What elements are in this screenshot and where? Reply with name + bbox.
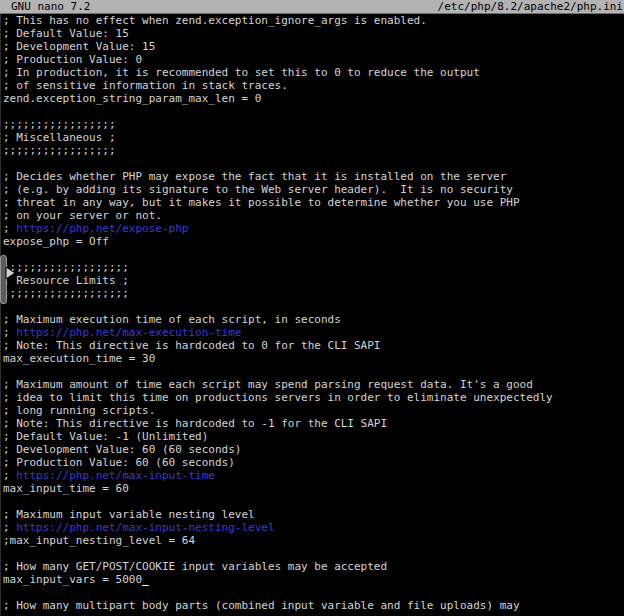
editor-line <box>3 157 624 170</box>
editor-line <box>3 586 624 599</box>
line-text: ; Maximum execution time of each script,… <box>3 313 341 326</box>
url-text: https://php.net/max-input-nesting-level <box>16 521 274 534</box>
editor-line: ; Maximum amount of time each script may… <box>3 378 624 391</box>
editor-line <box>3 105 624 118</box>
line-text: ; How many multipart body parts (combine… <box>3 599 520 612</box>
line-text: ; Resource Limits ; <box>3 274 129 287</box>
editor-line: ;;;;;;;;;;;;;;;;; <box>3 118 624 131</box>
editor-line: ; of sensitive information in stack trac… <box>3 79 624 92</box>
line-text: ; How many GET/POST/COOKIE input variabl… <box>3 560 387 573</box>
line-text: ;;;;;;;;;;;;;;;;;;; <box>3 261 129 274</box>
line-text: ; <box>3 469 16 482</box>
line-text: ; Default Value: 15 <box>3 27 129 40</box>
editor-line: ; Note: This directive is hardcoded to 0… <box>3 339 624 352</box>
editor-line: expose_php = Off <box>3 235 624 248</box>
line-text: ; In production, it is recommended to se… <box>3 66 480 79</box>
editor-line <box>3 248 624 261</box>
editor-line: ;max_input_nesting_level = 64 <box>3 534 624 547</box>
line-text: ; Note: This directive is hardcoded to 0… <box>3 339 381 352</box>
line-text: ; (e.g. by adding its signature to the W… <box>3 183 513 196</box>
editor-line: ; Development Value: 15 <box>3 40 624 53</box>
line-text: ; Miscellaneous ; <box>3 131 116 144</box>
editor-line: ; https://php.net/max-input-nesting-leve… <box>3 521 624 534</box>
url-text: https://php.net/max-input-time <box>16 469 215 482</box>
editor-line: ;;;;;;;;;;;;;;;;; <box>3 144 624 157</box>
line-text: ; <box>3 222 16 235</box>
nano-titlebar: GNU nano 7.2 /etc/php/8.2/apache2/php.in… <box>0 0 624 14</box>
terminal-window: GNU nano 7.2 /etc/php/8.2/apache2/php.in… <box>0 0 624 616</box>
line-text: zend.exception_string_param_max_len = 0 <box>3 92 261 105</box>
text-editor-area[interactable]: ; This has no effect when zend.exception… <box>0 14 624 616</box>
editor-line: ; How many GET/POST/COOKIE input variabl… <box>3 560 624 573</box>
editor-line: ;;;;;;;;;;;;;;;;;;; <box>3 287 624 300</box>
editor-line: ; Maximum execution time of each script,… <box>3 313 624 326</box>
line-text: ; Default Value: -1 (Unlimited) <box>3 430 208 443</box>
editor-line: ; In production, it is recommended to se… <box>3 66 624 79</box>
editor-line: ; https://php.net/max-input-time <box>3 469 624 482</box>
editor-line: ; threat in any way, but it makes it pos… <box>3 196 624 209</box>
editor-line: ; https://php.net/expose-php <box>3 222 624 235</box>
editor-line <box>3 495 624 508</box>
editor-line: ;;;;;;;;;;;;;;;;;;; <box>3 261 624 274</box>
line-text: ;;;;;;;;;;;;;;;;;;; <box>3 287 129 300</box>
line-text: ; Maximum input variable nesting level <box>3 508 255 521</box>
editor-line: max_input_time = 60 <box>3 482 624 495</box>
line-text: ; <box>3 326 16 339</box>
app-title: GNU nano 7.2 <box>0 0 90 13</box>
line-text: ; Maximum amount of time each script may… <box>3 378 533 391</box>
line-text: ;;;;;;;;;;;;;;;;; <box>3 144 116 157</box>
text-cursor: _ <box>142 573 149 586</box>
editor-line <box>3 547 624 560</box>
editor-line: max_input_vars = 5000_ <box>3 573 624 586</box>
line-text: ;max_input_nesting_level = 64 <box>3 534 195 547</box>
line-text: max_input_vars = 5000 <box>3 573 142 586</box>
editor-lines: ; This has no effect when zend.exception… <box>3 14 624 612</box>
editor-line: ; (e.g. by adding its signature to the W… <box>3 183 624 196</box>
terminal-left-border <box>0 14 1 616</box>
line-text: ; Decides whether PHP may expose the fac… <box>3 170 506 183</box>
editor-line: ; Production Value: 60 (60 seconds) <box>3 456 624 469</box>
line-text: max_execution_time = 30 <box>3 352 155 365</box>
editor-line: ; Maximum input variable nesting level <box>3 508 624 521</box>
editor-line: ; Note: This directive is hardcoded to -… <box>3 417 624 430</box>
editor-line: ; Development Value: 60 (60 seconds) <box>3 443 624 456</box>
line-text: ; threat in any way, but it makes it pos… <box>3 196 520 209</box>
editor-line: ; Production Value: 0 <box>3 53 624 66</box>
url-text: https://php.net/max-execution-time <box>16 326 241 339</box>
editor-line: ; Resource Limits ; <box>3 274 624 287</box>
line-text: ; Production Value: 60 (60 seconds) <box>3 456 235 469</box>
line-text: expose_php = Off <box>3 235 109 248</box>
line-text: ; idea to limit this time on productions… <box>3 391 553 404</box>
line-text: ; on your server or not. <box>3 209 162 222</box>
editor-line: zend.exception_string_param_max_len = 0 <box>3 92 624 105</box>
editor-line <box>3 365 624 378</box>
line-text: max_input_time = 60 <box>3 482 129 495</box>
editor-line: ; on your server or not. <box>3 209 624 222</box>
editor-line: ; https://php.net/max-execution-time <box>3 326 624 339</box>
line-text: ; Production Value: 0 <box>3 53 142 66</box>
line-text: ; This has no effect when zend.exception… <box>3 14 427 27</box>
line-text: ; <box>3 521 16 534</box>
line-text: ; Development Value: 60 (60 seconds) <box>3 443 241 456</box>
line-text: ;;;;;;;;;;;;;;;;; <box>3 118 116 131</box>
editor-line: ; This has no effect when zend.exception… <box>3 14 624 27</box>
editor-line: ; Miscellaneous ; <box>3 131 624 144</box>
line-text: ; of sensitive information in stack trac… <box>3 79 288 92</box>
file-path: /etc/php/8.2/apache2/php.ini <box>438 0 624 13</box>
editor-line: ; idea to limit this time on productions… <box>3 391 624 404</box>
line-text: ; long running scripts. <box>3 404 155 417</box>
url-text: https://php.net/expose-php <box>16 222 188 235</box>
mouse-cursor-icon <box>5 266 16 280</box>
editor-line: ; Decides whether PHP may expose the fac… <box>3 170 624 183</box>
editor-line: ; Default Value: -1 (Unlimited) <box>3 430 624 443</box>
line-text: ; Note: This directive is hardcoded to -… <box>3 417 387 430</box>
editor-line <box>3 300 624 313</box>
editor-line: ; Default Value: 15 <box>3 27 624 40</box>
editor-line: ; long running scripts. <box>3 404 624 417</box>
editor-line: max_execution_time = 30 <box>3 352 624 365</box>
editor-line: ; How many multipart body parts (combine… <box>3 599 624 612</box>
line-text: ; Development Value: 15 <box>3 40 155 53</box>
